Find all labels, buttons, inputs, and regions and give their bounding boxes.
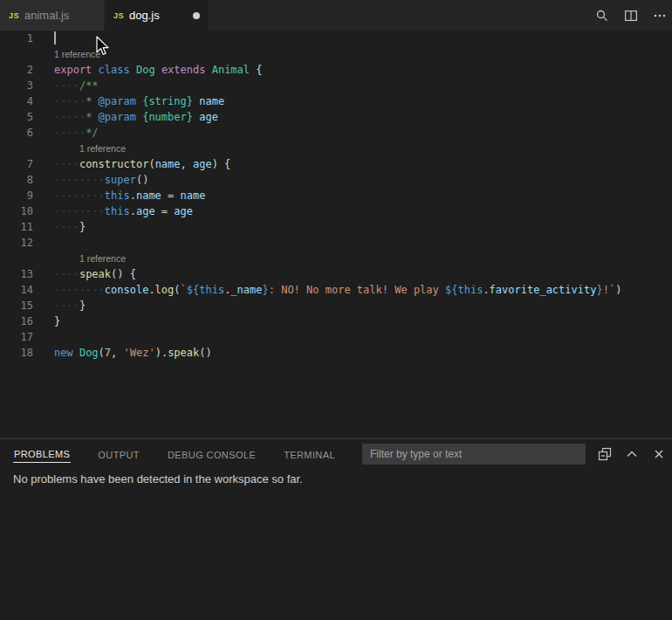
line-number[interactable]: 7 xyxy=(0,156,33,172)
code-line[interactable]: 8········super() xyxy=(0,172,672,188)
tab-dog.js[interactable]: JSdog.js xyxy=(105,0,209,31)
tab-bar: JSanimal.jsJSdog.js xyxy=(0,0,672,31)
line-number[interactable]: 18 xyxy=(0,345,33,361)
line-number[interactable]: 2 xyxy=(0,62,33,78)
code-content[interactable]: ·····* @param {number} age xyxy=(33,109,218,125)
code-content[interactable]: ·····*/ xyxy=(33,125,99,141)
problems-filter-input[interactable] xyxy=(362,444,586,465)
codelens-row: 1 reference xyxy=(0,251,672,266)
line-number[interactable]: 5 xyxy=(0,109,33,125)
panel-tab-terminal[interactable]: TERMINAL xyxy=(283,446,336,463)
code-content[interactable]: ····} xyxy=(33,298,86,313)
code-content[interactable]: } xyxy=(33,313,60,329)
line-number[interactable]: 9 xyxy=(0,188,33,203)
code-line[interactable]: 10········this.age = age xyxy=(0,203,672,219)
line-number[interactable]: 8 xyxy=(0,172,33,188)
line-number[interactable]: 16 xyxy=(0,313,33,329)
code-content[interactable]: ········this.age = age xyxy=(33,203,193,219)
editor-tabs: JSanimal.jsJSdog.js xyxy=(0,0,209,31)
code-line[interactable]: 2export class Dog extends Animal { xyxy=(0,62,672,78)
line-number[interactable]: 11 xyxy=(0,219,33,235)
editor-lines: 11 reference2export class Dog extends An… xyxy=(0,31,672,361)
code-content[interactable]: export class Dog extends Animal { xyxy=(33,62,263,78)
line-number[interactable]: 15 xyxy=(0,298,33,313)
code-content[interactable]: new Dog(7, 'Wez').speak() xyxy=(33,345,212,361)
code-line[interactable]: 6·····*/ xyxy=(0,125,672,141)
code-content[interactable] xyxy=(33,31,56,46)
js-file-icon: JS xyxy=(9,11,19,20)
line-number[interactable]: 1 xyxy=(0,31,33,46)
code-line[interactable]: 12 xyxy=(0,235,672,251)
codelens-row: 1 reference xyxy=(0,46,672,62)
close-panel-icon[interactable] xyxy=(651,445,667,463)
panel-tab-debug-console[interactable]: DEBUG CONSOLE xyxy=(167,446,257,463)
line-number[interactable]: 10 xyxy=(0,203,33,219)
code-content[interactable] xyxy=(33,329,54,345)
split-editor-icon[interactable] xyxy=(622,7,640,24)
line-number[interactable]: 3 xyxy=(0,78,33,93)
line-number[interactable]: 6 xyxy=(0,125,33,141)
code-line[interactable]: 18new Dog(7, 'Wez').speak() xyxy=(0,345,672,361)
line-number[interactable]: 14 xyxy=(0,282,33,298)
search-icon[interactable] xyxy=(593,7,611,24)
tab-label: dog.js xyxy=(129,9,160,22)
line-number[interactable]: 4 xyxy=(0,93,33,109)
code-line[interactable]: 1 xyxy=(0,31,672,46)
code-content[interactable]: ········super() xyxy=(33,172,148,188)
code-content[interactable]: ····/** xyxy=(33,78,99,93)
more-actions-icon[interactable] xyxy=(651,7,669,24)
code-content[interactable]: ····speak() { xyxy=(33,266,136,282)
code-line[interactable]: 14········console.log(`${this._name}: NO… xyxy=(0,282,672,298)
code-content[interactable]: ········console.log(`${this._name}: NO! … xyxy=(33,282,621,298)
code-content[interactable]: ····} xyxy=(33,219,86,235)
maximize-panel-icon[interactable] xyxy=(624,445,640,463)
line-number[interactable]: 17 xyxy=(0,329,33,345)
code-line[interactable]: 13····speak() { xyxy=(0,266,672,282)
code-content[interactable]: ·····* @param {string} name xyxy=(33,93,224,109)
codelens-reference-link[interactable]: 1 reference xyxy=(54,49,100,59)
panel-tabs: PROBLEMSOUTPUTDEBUG CONSOLETERMINAL xyxy=(13,445,362,463)
code-content[interactable]: ····constructor(name, age) { xyxy=(33,156,230,172)
codelens-reference-link[interactable]: 1 reference xyxy=(79,143,126,154)
text-cursor xyxy=(54,31,56,45)
panel-header: PROBLEMSOUTPUTDEBUG CONSOLETERMINAL xyxy=(0,439,672,469)
tab-label: animal.js xyxy=(24,9,69,22)
bottom-panel: PROBLEMSOUTPUTDEBUG CONSOLETERMINAL No p… xyxy=(0,438,672,620)
code-line[interactable]: 4·····* @param {string} name xyxy=(0,93,672,109)
code-line[interactable]: 17 xyxy=(0,329,672,345)
panel-tab-output[interactable]: OUTPUT xyxy=(97,446,141,463)
tab-animal.js[interactable]: JSanimal.js xyxy=(0,0,105,31)
code-line[interactable]: 7····constructor(name, age) { xyxy=(0,156,672,172)
code-line[interactable]: 16} xyxy=(0,313,672,329)
codelens-reference-link[interactable]: 1 reference xyxy=(79,253,126,264)
codelens-row: 1 reference xyxy=(0,141,672,156)
code-content[interactable]: ········this.name = name xyxy=(33,188,205,203)
code-line[interactable]: 15····} xyxy=(0,298,672,313)
code-content[interactable] xyxy=(33,235,54,251)
panel-tab-problems[interactable]: PROBLEMS xyxy=(13,445,71,463)
js-file-icon: JS xyxy=(113,11,124,20)
code-line[interactable]: 5·····* @param {number} age xyxy=(0,109,672,125)
modified-indicator-dot[interactable] xyxy=(193,12,200,19)
code-line[interactable]: 3····/** xyxy=(0,78,672,93)
editor[interactable]: 11 reference2export class Dog extends An… xyxy=(0,31,672,438)
problems-panel-body: No problems have been detected in the wo… xyxy=(0,469,672,489)
line-number[interactable]: 12 xyxy=(0,235,33,251)
editor-actions xyxy=(582,0,672,31)
line-number[interactable]: 13 xyxy=(0,266,33,282)
problems-empty-message: No problems have been detected in the wo… xyxy=(13,472,303,486)
collapse-all-icon[interactable] xyxy=(597,445,613,463)
code-line[interactable]: 9········this.name = name xyxy=(0,188,672,203)
code-line[interactable]: 11····} xyxy=(0,219,672,235)
